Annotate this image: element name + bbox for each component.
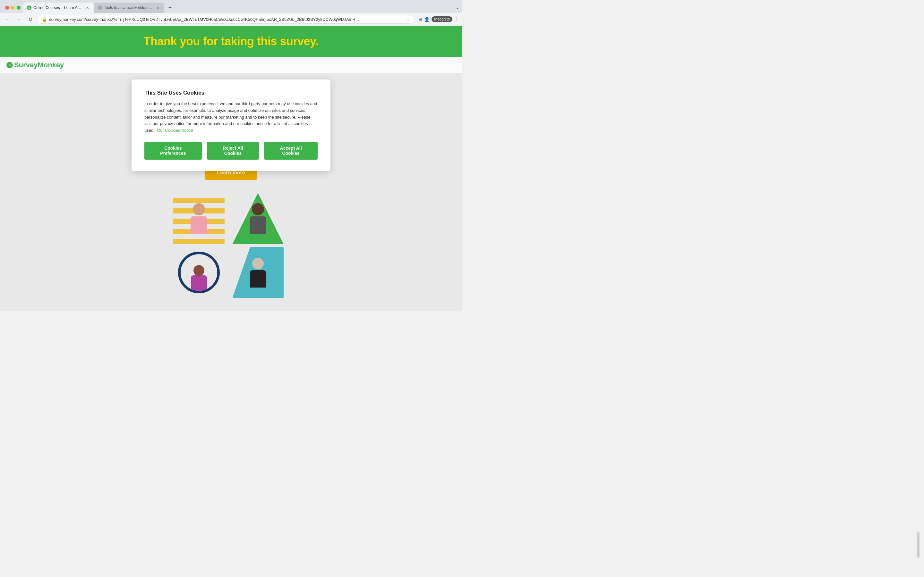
reject-all-cookies-button[interactable]: Reject All Cookies [207,142,259,160]
tab-title-2: Tools to advance workforce ra... [104,5,153,10]
menu-icon[interactable]: ⋮ [454,16,459,23]
toolbar-extras: ⊞ 👤 Incognito ⋮ [418,16,459,23]
address-bar-row: ← → ↻ 🔒 surveymonkey.com/survey-thanks/?… [0,13,462,26]
cookie-modal-body: In order to give you the best experience… [144,101,318,134]
cookie-modal-title: This Site Uses Cookies [144,90,318,96]
reload-button[interactable]: ↻ [26,15,35,24]
person-card-4 [232,247,284,298]
tab-tools[interactable]: Tools to advance workforce ra... ✕ [94,3,164,13]
tab-close-1[interactable]: ✕ [85,5,90,10]
lock-icon: 🔒 [42,17,47,22]
fullscreen-window-button[interactable] [17,6,21,10]
logo-text-label: SurveyMonkey [14,61,64,69]
logo-icon [6,62,13,68]
tab-favicon-2 [97,5,102,10]
browser-window: S Online Courses – Learn Anyth... ✕ Tool… [0,0,462,26]
person-card-3 [173,247,225,298]
people-grid [173,193,289,298]
tab-title-1: Online Courses – Learn Anyth... [33,5,83,10]
minimize-window-button[interactable] [11,6,15,10]
logo-bar: SurveyMonkey [0,57,462,73]
page-body: This Site Uses Cookies In order to give … [0,73,462,311]
cookies-preferences-button[interactable]: Cookies Preferences [144,142,202,160]
cookies-notice-link[interactable]: Our Cookies Notice [157,128,193,133]
accept-all-cookies-button[interactable]: Accept All Cookies [264,142,318,160]
tab-close-2[interactable]: ✕ [155,5,160,10]
tab-online-courses[interactable]: S Online Courses – Learn Anyth... ✕ [23,3,94,13]
survey-thank-you-text: Thank you for taking this survey. [6,35,456,48]
survey-banner: Thank you for taking this survey. [0,26,462,57]
forward-button[interactable]: → [14,15,23,24]
traffic-lights [3,3,23,12]
incognito-label: Incognito [431,16,452,22]
address-bar[interactable]: 🔒 surveymonkey.com/survey-thanks/?sm=jTe… [37,15,415,24]
back-button[interactable]: ← [3,15,11,24]
address-text: surveymonkey.com/survey-thanks/?sm=jTePX… [49,17,403,22]
page-content: Thank you for taking this survey. Survey… [0,26,462,311]
surveymonkey-logo[interactable]: SurveyMonkey [6,61,64,69]
new-tab-button[interactable]: + [166,3,174,12]
person-card-2 [232,193,284,244]
tab-strip-collapse[interactable]: ⌄ [455,4,459,11]
browser-tab-bar: S Online Courses – Learn Anyth... ✕ Tool… [0,0,462,13]
bookmark-icon[interactable]: ☆ [406,17,410,22]
extensions-icon[interactable]: ⊞ [418,17,422,22]
cookie-modal: This Site Uses Cookies In order to give … [132,79,330,171]
cookie-buttons: Cookies Preferences Reject All Cookies A… [144,142,318,160]
close-window-button[interactable] [5,6,9,10]
profile-icon[interactable]: 👤 [424,17,430,22]
tab-favicon-1: S [27,5,31,10]
person-card-1 [173,193,225,244]
